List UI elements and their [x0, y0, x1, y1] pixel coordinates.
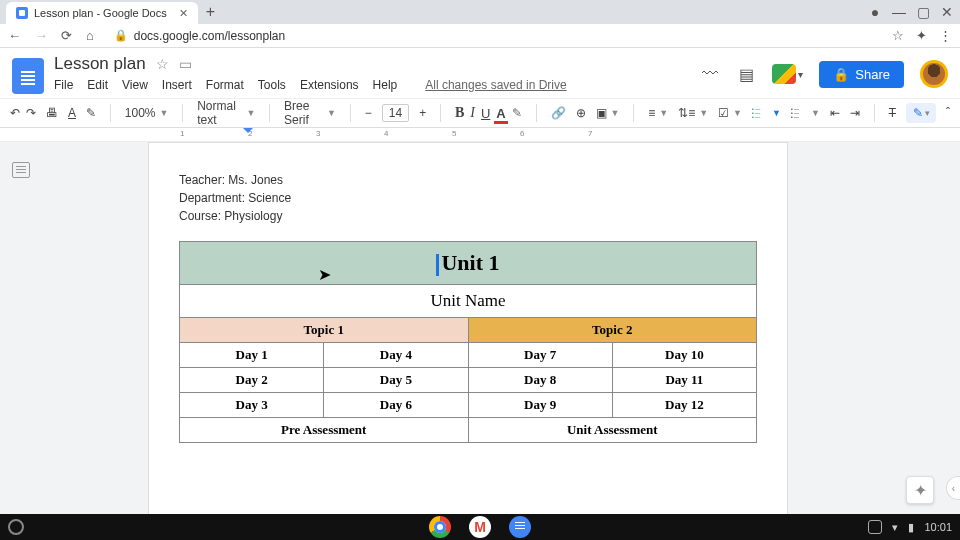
move-folder-icon[interactable]: ▭ [179, 56, 192, 72]
numbered-list-icon [791, 107, 807, 119]
lock-icon: 🔒 [114, 29, 128, 42]
launcher-icon[interactable] [8, 519, 24, 535]
numbered-list-dropdown[interactable]: ▼ [791, 107, 820, 119]
horizontal-ruler[interactable]: 1 2 3 4 5 6 7 [0, 128, 960, 142]
url-field[interactable]: 🔒 docs.google.com/lessonplan [114, 29, 882, 43]
menu-insert[interactable]: Insert [162, 78, 192, 92]
day-cell[interactable]: Day 10 [612, 343, 756, 368]
os-taskbar: M ▾ ▮ 10:01 [0, 514, 960, 540]
close-window-icon[interactable]: ✕ [940, 4, 954, 20]
day-cell[interactable]: Day 1 [180, 343, 324, 368]
font-dropdown[interactable]: Bree Serif▼ [284, 99, 336, 127]
document-page[interactable]: Teacher: Ms. Jones Department: Science C… [148, 142, 788, 518]
back-icon[interactable]: ← [8, 28, 21, 43]
explore-fab-button[interactable]: ✦ [906, 476, 934, 504]
document-title[interactable]: Lesson plan [54, 54, 146, 74]
menu-file[interactable]: File [54, 78, 73, 92]
status-tray-icon[interactable] [868, 520, 882, 534]
reload-icon[interactable]: ⟳ [61, 28, 72, 43]
unit-table[interactable]: Unit 1 Unit Name Topic 1 Topic 2 Day 1 D… [179, 241, 757, 443]
pre-assessment-cell[interactable]: Pre Assessment [180, 418, 469, 443]
decrease-font-button[interactable]: − [365, 106, 372, 120]
menu-edit[interactable]: Edit [87, 78, 108, 92]
battery-icon[interactable]: ▮ [908, 521, 914, 534]
account-dot-icon[interactable]: ● [868, 4, 882, 20]
unit-title-cell[interactable]: Unit 1 [180, 242, 757, 285]
underline-button[interactable]: U [481, 106, 490, 121]
minimize-window-icon[interactable]: — [892, 4, 906, 20]
clock-text[interactable]: 10:01 [924, 521, 952, 533]
topic1-header[interactable]: Topic 1 [180, 318, 469, 343]
day-cell[interactable]: Day 8 [468, 368, 612, 393]
day-cell[interactable]: Day 4 [324, 343, 468, 368]
meet-camera-icon [772, 64, 796, 84]
day-cell[interactable]: Day 11 [612, 368, 756, 393]
unit-assessment-cell[interactable]: Unit Assessment [468, 418, 757, 443]
comments-icon[interactable]: ▤ [736, 64, 756, 84]
line-spacing-dropdown[interactable]: ⇅≡▼ [678, 106, 708, 120]
menu-format[interactable]: Format [206, 78, 244, 92]
day-cell[interactable]: Day 6 [324, 393, 468, 418]
save-status[interactable]: All changes saved in Drive [425, 78, 566, 92]
zoom-dropdown[interactable]: 100%▼ [125, 106, 169, 120]
browser-tab[interactable]: Lesson plan - Google Docs ✕ [6, 2, 198, 24]
bold-button[interactable]: B [455, 105, 464, 121]
tab-title: Lesson plan - Google Docs [34, 7, 167, 19]
docs-app-icon[interactable] [509, 516, 531, 538]
browser-menu-icon[interactable]: ⋮ [939, 28, 952, 43]
italic-button[interactable]: I [470, 105, 475, 121]
day-cell[interactable]: Day 12 [612, 393, 756, 418]
day-cell[interactable]: Day 9 [468, 393, 612, 418]
docs-logo-icon[interactable] [12, 58, 44, 94]
unit-name-cell[interactable]: Unit Name [180, 285, 757, 318]
increase-indent-icon[interactable]: ⇥ [850, 106, 860, 120]
bookmark-star-icon[interactable]: ☆ [892, 28, 904, 43]
outline-toggle-icon[interactable] [12, 162, 30, 178]
insert-comment-icon[interactable]: ⊕ [576, 106, 586, 120]
activity-icon[interactable]: 〰 [700, 64, 720, 84]
collapse-toolbar-icon[interactable]: ˆ [946, 106, 950, 120]
clear-formatting-icon[interactable]: T [889, 106, 896, 120]
align-dropdown[interactable]: ≡▼ [648, 106, 668, 120]
day-cell[interactable]: Day 7 [468, 343, 612, 368]
day-cell[interactable]: Day 3 [180, 393, 324, 418]
style-dropdown[interactable]: Normal text▼ [197, 99, 255, 127]
text-color-button[interactable]: A [496, 106, 505, 121]
redo-icon[interactable]: ↷ [26, 106, 36, 120]
wifi-icon[interactable]: ▾ [892, 521, 898, 534]
day-cell[interactable]: Day 2 [180, 368, 324, 393]
star-document-icon[interactable]: ☆ [156, 56, 169, 72]
day-cell[interactable]: Day 5 [324, 368, 468, 393]
extensions-icon[interactable]: ✦ [916, 28, 927, 43]
bulleted-list-dropdown[interactable]: ▼ [752, 107, 781, 119]
checklist-dropdown[interactable]: ☑▼ [718, 106, 742, 120]
insert-image-dropdown[interactable]: ▣▼ [596, 106, 620, 120]
undo-icon[interactable]: ↶ [10, 106, 20, 120]
meet-button[interactable]: ▾ [772, 64, 803, 84]
close-tab-icon[interactable]: ✕ [179, 7, 188, 20]
spellcheck-icon[interactable]: A [68, 106, 76, 120]
text-cursor-icon [436, 254, 439, 276]
topic2-header[interactable]: Topic 2 [468, 318, 757, 343]
share-button[interactable]: 🔒 Share [819, 61, 904, 88]
paint-format-icon[interactable]: ✎ [86, 106, 96, 120]
menu-tools[interactable]: Tools [258, 78, 286, 92]
menu-help[interactable]: Help [373, 78, 398, 92]
chrome-app-icon[interactable] [429, 516, 451, 538]
maximize-window-icon[interactable]: ▢ [916, 4, 930, 20]
gmail-app-icon[interactable]: M [469, 516, 491, 538]
home-icon[interactable]: ⌂ [86, 28, 94, 43]
editing-mode-button[interactable]: ✎ ▾ [906, 103, 936, 123]
account-avatar[interactable] [920, 60, 948, 88]
font-size-field[interactable]: 14 [382, 104, 409, 122]
decrease-indent-icon[interactable]: ⇤ [830, 106, 840, 120]
insert-link-icon[interactable]: 🔗 [551, 106, 566, 120]
menu-extensions[interactable]: Extensions [300, 78, 359, 92]
doc-meta-block[interactable]: Teacher: Ms. Jones Department: Science C… [179, 171, 757, 225]
new-tab-button[interactable]: + [198, 3, 223, 21]
menu-view[interactable]: View [122, 78, 148, 92]
print-icon[interactable]: 🖶 [46, 106, 58, 120]
highlight-button[interactable]: ✎ [512, 106, 522, 120]
lock-share-icon: 🔒 [833, 67, 849, 82]
increase-font-button[interactable]: + [419, 106, 426, 120]
